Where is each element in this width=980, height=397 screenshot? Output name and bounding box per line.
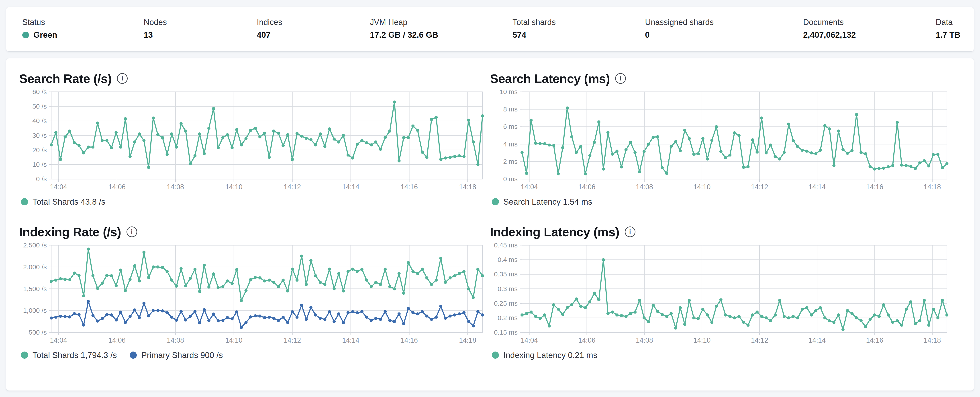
stat-label: Nodes — [144, 18, 167, 27]
svg-text:14:04: 14:04 — [50, 336, 67, 344]
series-line-search-latency — [522, 108, 947, 174]
legend-series-dot — [492, 352, 499, 359]
chart-legend: Search Latency 1.54 ms — [492, 196, 948, 207]
search-rate-chart-canvas: 0 /s10 /s20 /s30 /s40 /s50 /s60 /s14:041… — [19, 90, 484, 192]
stat-jvm-heap: JVM Heap 17.2 GB / 32.6 GB — [370, 18, 438, 40]
svg-text:0 ms: 0 ms — [503, 175, 518, 183]
svg-text:30 /s: 30 /s — [32, 132, 47, 139]
chart-header: Search Latency (ms) i — [490, 69, 948, 88]
stat-documents: Documents 2,407,062,132 — [803, 18, 856, 40]
svg-text:14:12: 14:12 — [751, 336, 768, 344]
svg-text:14:14: 14:14 — [808, 336, 826, 344]
stat-label: Status — [22, 18, 57, 27]
svg-text:14:12: 14:12 — [284, 336, 301, 344]
svg-text:2 ms: 2 ms — [503, 158, 518, 165]
legend-series-dot — [492, 198, 499, 205]
svg-text:14:10: 14:10 — [694, 183, 711, 191]
chart-indexing-rate: Indexing Rate (/s) i 500 /s1,000 /s1,500… — [19, 222, 484, 361]
stat-value: Green — [22, 30, 57, 40]
svg-text:2,500 /s: 2,500 /s — [23, 241, 47, 249]
svg-text:14:06: 14:06 — [578, 183, 595, 191]
legend-item[interactable]: Total Shards 43.8 /s — [21, 198, 105, 206]
stat-indices: Indices 407 — [257, 18, 282, 40]
legend-item[interactable]: Total Shards 1,794.3 /s — [21, 351, 117, 359]
indexing-rate-chart-canvas: 500 /s1,000 /s1,500 /s2,000 /s2,500 /s14… — [19, 244, 484, 346]
metrics-panel: Search Rate (/s) i 0 /s10 /s20 /s30 /s40… — [6, 58, 974, 391]
svg-text:500 /s: 500 /s — [29, 328, 47, 336]
svg-text:14:12: 14:12 — [751, 183, 768, 191]
svg-text:14:16: 14:16 — [866, 183, 883, 191]
svg-text:14:16: 14:16 — [401, 336, 418, 344]
svg-text:14:12: 14:12 — [284, 183, 301, 191]
chart-legend: Total Shards 43.8 /s — [21, 196, 484, 207]
stat-value: 1.7 TB — [935, 30, 960, 40]
svg-text:40 /s: 40 /s — [32, 117, 47, 124]
stat-label: Data — [935, 18, 960, 27]
svg-text:14:08: 14:08 — [636, 183, 653, 191]
legend-item[interactable]: Search Latency 1.54 ms — [492, 198, 592, 206]
info-icon[interactable]: i — [625, 226, 635, 237]
chart-header: Indexing Rate (/s) i — [19, 222, 484, 241]
svg-text:1,500 /s: 1,500 /s — [23, 285, 47, 292]
chart-header: Search Rate (/s) i — [19, 69, 484, 88]
legend-label: Indexing Latency 0.21 ms — [503, 351, 597, 359]
stack-monitoring-overview-page: { "colors": { "teal_series": "#54b399", … — [0, 0, 980, 397]
svg-text:14:18: 14:18 — [924, 336, 941, 344]
svg-text:0.3 ms: 0.3 ms — [498, 285, 518, 292]
svg-text:14:14: 14:14 — [342, 336, 359, 344]
svg-text:14:14: 14:14 — [808, 183, 826, 191]
svg-text:0 /s: 0 /s — [36, 175, 47, 183]
series-line-total-shards — [51, 102, 483, 167]
svg-text:0.45 ms: 0.45 ms — [494, 241, 518, 249]
info-icon[interactable]: i — [615, 73, 626, 84]
svg-text:10 /s: 10 /s — [32, 161, 47, 168]
legend-label: Primary Shards 900 /s — [141, 351, 223, 359]
stat-value: 407 — [257, 30, 282, 40]
search-latency-chart-canvas: 0 ms2 ms4 ms6 ms8 ms10 ms14:0414:0614:08… — [490, 90, 948, 192]
svg-text:0.25 ms: 0.25 ms — [494, 300, 518, 307]
svg-text:10 ms: 10 ms — [500, 88, 518, 96]
svg-text:14:18: 14:18 — [459, 183, 476, 191]
svg-text:14:04: 14:04 — [521, 183, 538, 191]
svg-text:20 /s: 20 /s — [32, 146, 47, 153]
stat-nodes: Nodes 13 — [144, 18, 167, 40]
legend-label: Total Shards 1,794.3 /s — [32, 351, 117, 359]
legend-series-dot — [21, 352, 28, 359]
legend-series-dot — [130, 352, 137, 359]
svg-text:14:06: 14:06 — [108, 183, 126, 191]
svg-text:1,000 /s: 1,000 /s — [23, 307, 47, 314]
chart-legend: Total Shards 1,794.3 /sPrimary Shards 90… — [21, 349, 484, 361]
svg-text:6 ms: 6 ms — [503, 123, 518, 130]
svg-text:4 ms: 4 ms — [503, 140, 518, 148]
svg-text:14:04: 14:04 — [521, 336, 538, 344]
stat-unassigned-shards: Unassigned shards 0 — [645, 18, 714, 40]
chart-title: Indexing Latency (ms) — [490, 225, 619, 239]
info-icon[interactable]: i — [117, 73, 127, 84]
svg-text:60 /s: 60 /s — [32, 88, 47, 96]
chart-title: Search Rate (/s) — [19, 71, 111, 86]
svg-text:0.15 ms: 0.15 ms — [494, 328, 518, 336]
svg-text:2,000 /s: 2,000 /s — [23, 263, 47, 271]
cluster-status-bar: Status Green Nodes 13 Indices 407 JVM He… — [6, 7, 974, 51]
chart-indexing-latency: Indexing Latency (ms) i 0.15 ms0.2 ms0.2… — [490, 222, 948, 361]
chart-title: Indexing Rate (/s) — [19, 225, 121, 239]
legend-label: Search Latency 1.54 ms — [503, 198, 592, 206]
stat-label: Documents — [803, 18, 856, 27]
svg-text:0.2 ms: 0.2 ms — [498, 314, 518, 321]
legend-item[interactable]: Primary Shards 900 /s — [130, 351, 223, 359]
stat-data-size: Data 1.7 TB — [935, 18, 960, 40]
svg-text:14:10: 14:10 — [225, 183, 242, 191]
info-icon[interactable]: i — [127, 226, 137, 237]
svg-text:14:18: 14:18 — [924, 183, 941, 191]
svg-text:14:10: 14:10 — [694, 336, 711, 344]
svg-text:0.35 ms: 0.35 ms — [494, 270, 518, 278]
stat-label: JVM Heap — [370, 18, 438, 27]
chart-search-rate: Search Rate (/s) i 0 /s10 /s20 /s30 /s40… — [19, 69, 484, 207]
svg-text:14:06: 14:06 — [108, 336, 126, 344]
legend-item[interactable]: Indexing Latency 0.21 ms — [492, 351, 597, 359]
svg-text:14:06: 14:06 — [578, 336, 595, 344]
legend-series-dot — [21, 198, 28, 205]
stat-value: 13 — [144, 30, 167, 40]
stat-status: Status Green — [22, 18, 57, 40]
stat-label: Unassigned shards — [645, 18, 714, 27]
